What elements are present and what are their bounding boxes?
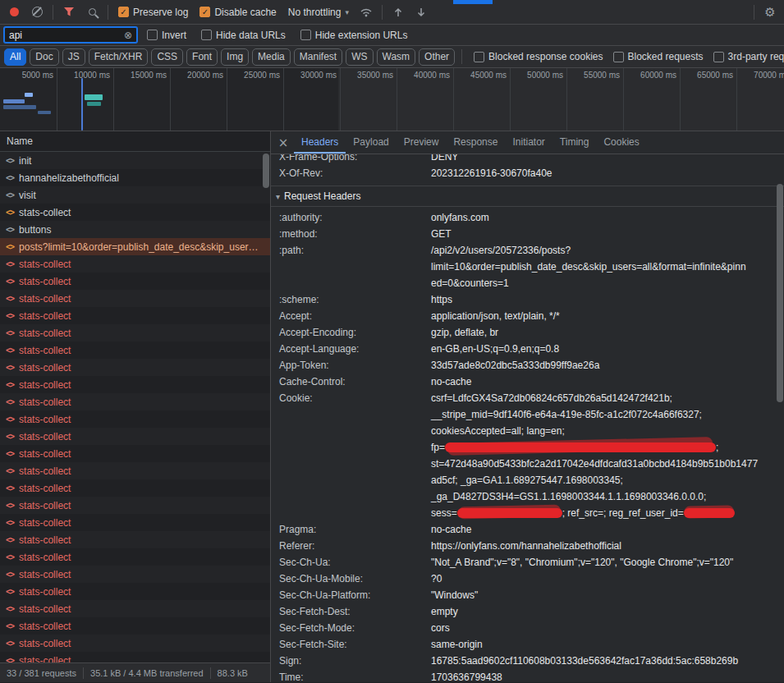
filter-chip-font[interactable]: Font: [186, 48, 218, 66]
request-row[interactable]: <>stats-collect: [0, 514, 270, 531]
header-value-line: sess=; ref_src=; reg_ref_user_id=: [431, 505, 771, 521]
tab-preview[interactable]: Preview: [397, 131, 447, 154]
filter-chip-css[interactable]: CSS: [151, 48, 183, 66]
filter-chip-img[interactable]: Img: [221, 48, 249, 66]
close-details-button[interactable]: ×: [273, 131, 294, 154]
header-row: Pragma:no-cache: [271, 521, 784, 538]
blocked-requests-checkbox[interactable]: Blocked requests: [613, 51, 704, 62]
request-row[interactable]: <>stats-collect: [0, 583, 270, 600]
filter-chip-ws[interactable]: WS: [346, 48, 373, 66]
request-row[interactable]: <>stats-collect: [0, 600, 270, 617]
import-har-button[interactable]: [387, 2, 409, 23]
tab-response[interactable]: Response: [446, 131, 505, 154]
header-value-text: fp=: [431, 442, 445, 453]
request-row[interactable]: <>posts?limit=10&order=publish_date_desc…: [0, 238, 270, 255]
name-column-header[interactable]: Name: [0, 131, 270, 152]
scrollbar-thumb[interactable]: [777, 184, 783, 402]
request-row[interactable]: <>stats-collect: [0, 324, 270, 342]
chevron-down-icon: ▾: [345, 8, 349, 16]
tab-headers[interactable]: Headers: [294, 131, 346, 154]
request-row[interactable]: <>stats-collect: [0, 445, 270, 462]
filter-chip-all[interactable]: All: [4, 48, 26, 66]
filter-chip-wasm[interactable]: Wasm: [377, 48, 416, 66]
tab-payload[interactable]: Payload: [346, 131, 396, 154]
request-row[interactable]: <>stats-collect: [0, 393, 270, 410]
request-row[interactable]: <>stats-collect: [0, 652, 270, 662]
network-toolbar: ✓ Preserve log ✓ Disable cache No thrott…: [0, 0, 784, 25]
request-row[interactable]: <>stats-collect: [0, 376, 270, 393]
timeline-label: 20000 ms: [174, 71, 223, 80]
tab-cookies[interactable]: Cookies: [596, 131, 646, 154]
filter-input[interactable]: api ⊗: [4, 27, 137, 43]
tab-initiator[interactable]: Initiator: [505, 131, 552, 154]
request-row[interactable]: <>stats-collect: [0, 307, 270, 324]
invert-checkbox[interactable]: Invert: [147, 30, 186, 41]
xhr-icon: <>: [6, 277, 14, 286]
disable-cache-label: Disable cache: [214, 7, 276, 18]
request-row[interactable]: <>stats-collect: [0, 359, 270, 376]
type-filter-row: AllDocJSFetch/XHRCSSFontImgMediaManifest…: [0, 46, 784, 68]
hide-data-urls-checkbox[interactable]: Hide data URLs: [201, 30, 286, 41]
3rd-party-requests-checkbox[interactable]: 3rd-party requests: [713, 51, 784, 62]
filter-chip-manifest[interactable]: Manifest: [294, 48, 342, 66]
timeline-overview[interactable]: 5000 ms10000 ms15000 ms20000 ms25000 ms3…: [0, 68, 784, 131]
request-row[interactable]: <>stats-collect: [0, 635, 270, 652]
request-row[interactable]: <>stats-collect: [0, 479, 270, 497]
request-row[interactable]: <>stats-collect: [0, 255, 270, 273]
xhr-icon: <>: [6, 535, 14, 544]
request-name: stats-collect: [19, 517, 71, 529]
request-row[interactable]: <>stats-collect: [0, 531, 270, 548]
header-row: Accept:application/json, text/plain, */*: [271, 308, 784, 324]
header-name: :authority:: [279, 209, 431, 226]
request-row[interactable]: <>stats-collect: [0, 290, 270, 307]
hide-extension-urls-checkbox[interactable]: Hide extension URLs: [300, 30, 408, 41]
request-row[interactable]: <>stats-collect: [0, 204, 270, 221]
request-row[interactable]: <>stats-collect: [0, 410, 270, 428]
xhr-icon: <>: [6, 656, 14, 662]
preserve-log-checkbox[interactable]: ✓ Preserve log: [118, 7, 188, 18]
request-row[interactable]: <>visit: [0, 186, 270, 204]
clear-filter-icon[interactable]: ⊗: [124, 30, 132, 41]
search-button[interactable]: [81, 2, 103, 23]
request-row[interactable]: <>stats-collect: [0, 566, 270, 583]
header-name: Accept-Encoding:: [279, 324, 431, 341]
throttling-select[interactable]: No throttling ▾: [288, 7, 349, 18]
record-icon: [10, 7, 19, 16]
request-row[interactable]: <>stats-collect: [0, 462, 270, 479]
filter-chip-other[interactable]: Other: [419, 48, 455, 66]
header-value: GET: [431, 226, 784, 242]
request-name: stats-collect: [19, 431, 71, 442]
request-row[interactable]: <>stats-collect: [0, 342, 270, 359]
scrollbar-thumb[interactable]: [263, 154, 269, 188]
header-value-text: st=472d48a90d5433bfc2a2d17042e4dfdcafd31…: [431, 458, 758, 470]
waterfall-bar: [85, 94, 103, 100]
timeline-gridline: [170, 68, 171, 131]
request-row[interactable]: <>buttons: [0, 221, 270, 238]
network-conditions-button[interactable]: [355, 2, 377, 23]
export-har-button[interactable]: [410, 2, 432, 23]
request-row[interactable]: <>stats-collect: [0, 497, 270, 514]
disable-cache-checkbox[interactable]: ✓ Disable cache: [199, 7, 276, 18]
record-button[interactable]: [3, 2, 25, 23]
filter-chip-doc[interactable]: Doc: [30, 48, 58, 66]
filter-chip-fetch-xhr[interactable]: Fetch/XHR: [89, 48, 149, 66]
timeline-gridline: [566, 68, 567, 131]
request-row[interactable]: <>stats-collect: [0, 548, 270, 566]
filter-toggle-button[interactable]: [58, 2, 80, 23]
filter-chip-media[interactable]: Media: [252, 48, 291, 66]
settings-button[interactable]: ⚙: [759, 2, 781, 23]
tab-timing[interactable]: Timing: [552, 131, 597, 154]
header-row: Accept-Encoding:gzip, deflate, br: [271, 324, 784, 341]
blocked-response-cookies-checkbox[interactable]: Blocked response cookies: [474, 51, 603, 62]
request-row[interactable]: <>stats-collect: [0, 428, 270, 445]
request-headers-section[interactable]: ▾ Request Headers: [271, 186, 784, 207]
request-row[interactable]: <>hannahelizabethofficial: [0, 169, 270, 186]
header-value-text: cookiesAccepted=all; lang=en;: [431, 425, 565, 437]
clear-button[interactable]: [26, 2, 48, 23]
header-row: Sec-Ch-Ua-Platform:"Windows": [271, 587, 784, 603]
request-row[interactable]: <>init: [0, 152, 270, 169]
request-row[interactable]: <>stats-collect: [0, 273, 270, 290]
header-name: Pragma:: [279, 521, 431, 538]
request-row[interactable]: <>stats-collect: [0, 617, 270, 635]
filter-chip-js[interactable]: JS: [62, 48, 85, 66]
